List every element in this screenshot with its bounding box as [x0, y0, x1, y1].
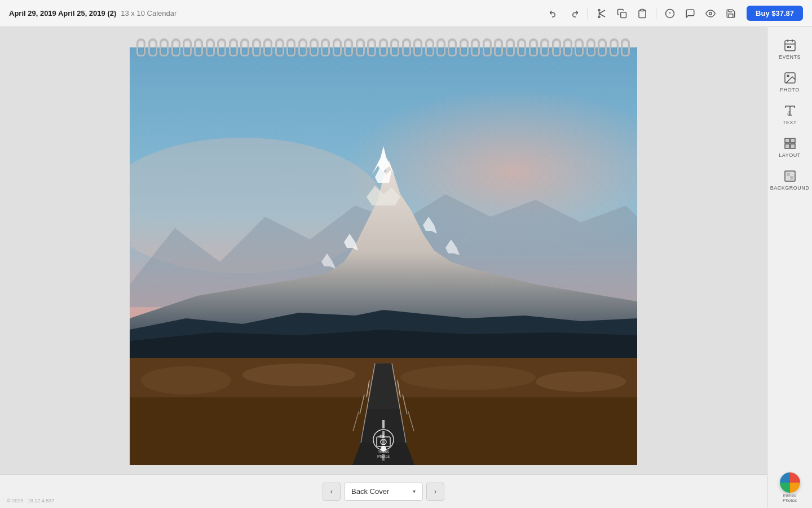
cut-button[interactable] — [593, 6, 611, 21]
current-page-label: Back Cover — [351, 487, 389, 496]
svg-point-10 — [709, 12, 712, 15]
spiral-loop — [240, 38, 249, 56]
svg-rect-23 — [791, 138, 795, 143]
spiral-loop — [171, 38, 180, 56]
paste-button[interactable] — [633, 6, 651, 21]
text-label: TEXT — [783, 120, 797, 125]
svg-rect-6 — [641, 9, 644, 11]
prev-page-button[interactable]: ‹ — [323, 483, 341, 501]
spiral-loop — [217, 38, 226, 56]
spiral-loop — [252, 38, 261, 56]
svg-point-44 — [141, 366, 231, 395]
spiral-loop — [506, 38, 515, 56]
background-label: BACKGROUND — [770, 185, 810, 191]
svg-rect-5 — [621, 12, 626, 17]
spiral-loop — [356, 38, 365, 56]
spiral-loop — [402, 38, 411, 56]
spiral-loop — [471, 38, 480, 56]
text-icon: A — [783, 104, 797, 117]
spiral-loop — [263, 38, 272, 56]
page-selector[interactable]: Back Cover ▾ — [344, 483, 423, 501]
buy-button[interactable]: Buy $37.87 — [747, 6, 803, 21]
spiral-loop — [310, 38, 319, 56]
spiral-loop — [148, 38, 157, 56]
info-button[interactable] — [661, 6, 679, 21]
svg-point-1 — [598, 9, 600, 11]
mimeo-logo-circle — [780, 472, 800, 493]
spiral-loop — [517, 38, 526, 56]
svg-rect-15 — [787, 46, 789, 48]
spiral-loop — [183, 38, 192, 56]
footer-copyright: © 2019 · 18.12.4.837 — [7, 498, 54, 503]
spiral-loop — [575, 38, 584, 56]
background-icon — [783, 169, 797, 183]
svg-point-45 — [242, 364, 355, 386]
sidebar-item-layout[interactable]: LAYOUT — [771, 132, 809, 163]
next-icon: › — [434, 487, 436, 496]
spiral-loop — [598, 38, 607, 56]
spiral-loop — [494, 38, 503, 56]
canvas-area: mimeo Photos — [0, 27, 767, 474]
spiral-loop — [333, 38, 342, 56]
spiral-loop — [529, 38, 538, 56]
save-button[interactable] — [722, 6, 740, 21]
spiral-loop — [483, 38, 492, 56]
calendar-image: mimeo Photos — [130, 47, 637, 465]
svg-rect-11 — [785, 41, 795, 51]
redo-button[interactable] — [565, 6, 583, 21]
calendar-preview: mimeo Photos — [130, 36, 637, 465]
sidebar-item-photo[interactable]: PHOTO — [771, 67, 809, 97]
sidebar-item-events[interactable]: EVENTS — [771, 34, 809, 64]
spiral-loop — [367, 38, 376, 56]
sidebar-item-background[interactable]: BACKGROUND — [771, 165, 809, 195]
photo-icon — [783, 71, 797, 85]
svg-rect-24 — [785, 144, 789, 148]
spiral-loop — [390, 38, 399, 56]
project-title: April 29, 2019 April 25, 2019 (2) — [9, 9, 116, 17]
svg-text:Photos: Photos — [377, 454, 390, 458]
separator-2 — [656, 8, 656, 19]
svg-point-18 — [787, 75, 789, 77]
dropdown-arrow-icon: ▾ — [413, 488, 416, 494]
events-label: EVENTS — [779, 54, 801, 60]
spiral-loop — [298, 38, 307, 56]
mimeo-logo-sidebar: mimeo Photos — [780, 472, 800, 503]
spiral-loop — [621, 38, 630, 56]
spiral-loop — [460, 38, 469, 56]
spiral-loop — [563, 38, 572, 56]
spiral-loop — [194, 38, 203, 56]
copy-button[interactable] — [613, 6, 631, 21]
svg-rect-52 — [382, 420, 385, 428]
spiral-loop — [344, 38, 353, 56]
svg-text:A: A — [787, 110, 791, 116]
landscape-svg: mimeo Photos — [130, 47, 637, 465]
spiral-loop — [229, 38, 238, 56]
sidebar-item-text[interactable]: A TEXT — [771, 99, 809, 130]
spiral-loop — [540, 38, 549, 56]
svg-rect-28 — [790, 176, 793, 179]
spiral-binding — [135, 36, 632, 59]
layout-icon — [783, 137, 797, 150]
spiral-loop — [286, 38, 295, 56]
product-type: 13 x 10 Calendar — [121, 9, 176, 17]
spiral-loop — [413, 38, 422, 56]
photo-label: PHOTO — [780, 87, 799, 93]
prev-icon: ‹ — [330, 487, 333, 496]
preview-button[interactable] — [701, 6, 720, 21]
separator-1 — [588, 8, 588, 19]
events-icon — [783, 38, 797, 52]
spiral-loop — [321, 38, 330, 56]
mimeo-logo-text: mimeo Photos — [780, 493, 800, 503]
next-page-button[interactable]: › — [426, 483, 444, 501]
comment-button[interactable] — [681, 6, 699, 21]
svg-rect-16 — [789, 46, 791, 48]
spiral-loop — [160, 38, 169, 56]
svg-point-0 — [598, 16, 600, 17]
page-dot-indicator — [381, 446, 386, 452]
spiral-loop — [448, 38, 457, 56]
toolbar-actions: Buy $37.87 — [545, 6, 803, 21]
svg-point-47 — [536, 371, 626, 392]
spiral-loop — [610, 38, 619, 56]
undo-button[interactable] — [545, 6, 563, 21]
spiral-loop — [206, 38, 215, 56]
